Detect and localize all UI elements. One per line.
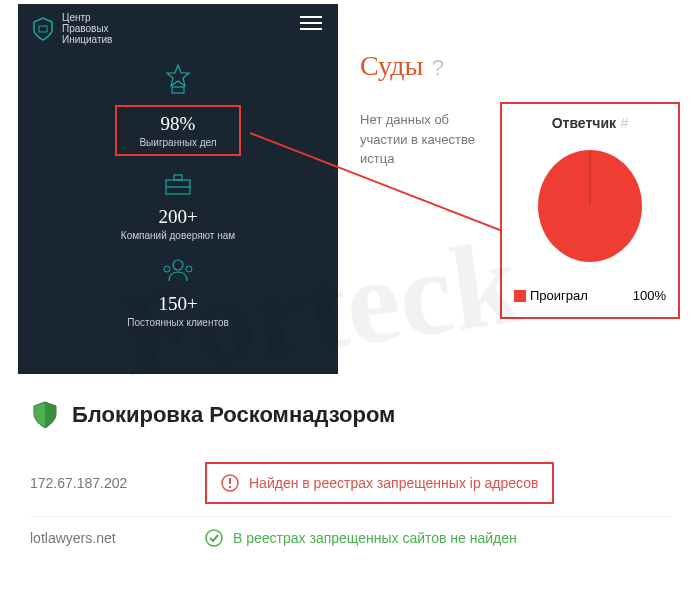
- shield-icon: [30, 400, 60, 430]
- svg-point-6: [173, 260, 183, 270]
- roskomnadzor-block: Блокировка Роскомнадзором 172.67.187.202…: [30, 400, 670, 559]
- stat-value-clients: 150+: [30, 293, 326, 315]
- block-key-ip: 172.67.187.202: [30, 475, 205, 491]
- brand-logo: Центр Правовых Инициатив: [30, 12, 112, 45]
- svg-point-8: [186, 266, 192, 272]
- block-status-warn: Найден в реестрах запрещенных ip адресов: [205, 462, 554, 504]
- defendant-title: Ответчик: [552, 115, 616, 131]
- warning-icon: [221, 474, 239, 492]
- courts-title: Суды: [360, 50, 423, 81]
- dark-stats-panel: Центр Правовых Инициатив 98% Выигранных …: [18, 4, 338, 374]
- brand-line1: Центр: [62, 12, 112, 23]
- brand-line3: Инициатив: [62, 34, 112, 45]
- won-cases-highlight: 98% Выигранных дел: [115, 105, 240, 156]
- menu-button[interactable]: [296, 12, 326, 34]
- block-title: Блокировка Роскомнадзором: [72, 402, 395, 428]
- defendant-box: Ответчик # Проиграл 100%: [500, 102, 680, 319]
- legend-label: Проиграл: [530, 288, 588, 303]
- briefcase-icon: [30, 172, 326, 202]
- clients-icon: [30, 257, 326, 289]
- stat-label-companies: Компаний доверяют нам: [30, 230, 326, 241]
- stat-label-won: Выигранных дел: [139, 137, 216, 148]
- svg-point-15: [206, 530, 222, 546]
- block-key-domain: lotlawyers.net: [30, 530, 205, 546]
- svg-rect-2: [172, 87, 184, 93]
- defendant-hash: #: [621, 115, 629, 131]
- svg-point-7: [164, 266, 170, 272]
- legend-value: 100%: [633, 288, 666, 303]
- stat-value-companies: 200+: [30, 206, 326, 228]
- plaintiff-note: Нет данных об участии в качестве истца: [360, 102, 490, 319]
- block-row-ip: 172.67.187.202 Найден в реестрах запреще…: [30, 450, 670, 516]
- stat-label-clients: Постоянных клиентов: [30, 317, 326, 328]
- shield-logo-icon: [30, 16, 56, 42]
- block-row-domain: lotlawyers.net В реестрах запрещенных са…: [30, 516, 670, 559]
- block-status-ok: В реестрах запрещенных сайтов не найден: [205, 529, 517, 547]
- courts-section: Суды ? Нет данных об участии в качестве …: [360, 50, 680, 319]
- svg-point-14: [229, 486, 231, 488]
- legend-swatch: [514, 290, 526, 302]
- check-circle-icon: [205, 529, 223, 547]
- svg-rect-0: [39, 26, 47, 32]
- brand-line2: Правовых: [62, 23, 112, 34]
- svg-marker-1: [167, 65, 189, 86]
- defendant-pie-chart: [530, 146, 650, 266]
- help-icon[interactable]: ?: [432, 55, 444, 80]
- block-text-domain: В реестрах запрещенных сайтов не найден: [233, 530, 517, 546]
- svg-rect-4: [174, 175, 182, 180]
- stat-value-won: 98%: [139, 113, 216, 135]
- block-text-ip: Найден в реестрах запрещенных ip адресов: [249, 475, 538, 491]
- award-icon: [30, 63, 326, 101]
